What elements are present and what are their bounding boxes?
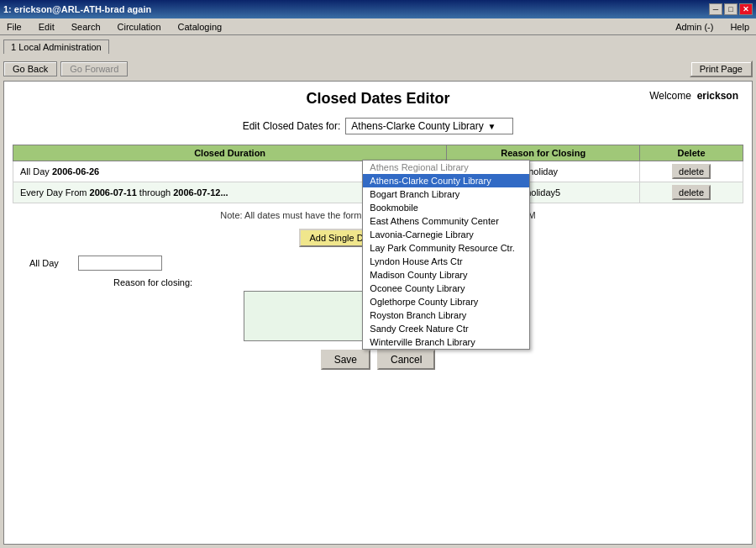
tab-local-admin[interactable]: 1 Local Administration xyxy=(3,40,109,54)
dropdown-arrow-icon: ▼ xyxy=(487,122,496,131)
dropdown-item[interactable]: Oconee County Library xyxy=(363,282,529,295)
page-title: Closed Dates Editor xyxy=(13,90,743,108)
library-select-container[interactable]: Athens-Clarke County Library ▼ Athens Re… xyxy=(345,118,513,134)
cancel-button[interactable]: Cancel xyxy=(377,350,435,370)
go-forward-button[interactable]: Go Forward xyxy=(60,61,128,76)
maximize-button[interactable]: □ xyxy=(724,3,738,15)
main-content: Go Back Go Forward Print Page Welcome er… xyxy=(0,54,756,548)
menu-cataloging[interactable]: Cataloging xyxy=(175,20,226,34)
delete-button[interactable]: delete xyxy=(672,164,711,179)
menu-search[interactable]: Search xyxy=(68,20,104,34)
dropdown-item[interactable]: Lay Park Community Resource Ctr. xyxy=(363,241,529,255)
dropdown-item[interactable]: Oglethorpe County Library xyxy=(363,295,529,308)
col-closed-duration: Closed Duration xyxy=(13,145,447,161)
welcome-label: Welcome xyxy=(649,90,691,102)
dropdown-item[interactable]: East Athens Community Center xyxy=(363,214,529,228)
action-buttons-row: Save Cancel xyxy=(13,350,743,370)
dropdown-item[interactable]: Bogart Branch Library xyxy=(363,187,529,201)
library-dropdown[interactable]: Athens Regional LibraryAthens-Clarke Cou… xyxy=(362,160,530,350)
dropdown-item[interactable]: Madison County Library xyxy=(363,268,529,282)
library-select-display[interactable]: Athens-Clarke County Library ▼ xyxy=(345,118,513,134)
minimize-button[interactable]: ─ xyxy=(709,3,722,15)
selected-library-text: Athens-Clarke County Library xyxy=(351,120,483,132)
menu-bar: File Edit Search Circulation Cataloging … xyxy=(0,18,756,35)
dropdown-item[interactable]: Athens-Clarke County Library xyxy=(363,174,529,187)
col-delete: Delete xyxy=(640,145,743,161)
menu-help[interactable]: Help xyxy=(727,20,753,34)
menu-circulation[interactable]: Circulation xyxy=(114,20,165,34)
title-bar: 1: erickson@ARL-ATH-brad again ─ □ ✕ xyxy=(0,0,756,18)
dropdown-item[interactable]: Bookmobile xyxy=(363,201,529,214)
username-label: erickson xyxy=(697,90,738,102)
edit-closed-dates-label: Edit Closed Dates for: xyxy=(243,120,341,132)
dropdown-item[interactable]: Royston Branch Library xyxy=(363,308,529,322)
right-menu: Admin (-) Help xyxy=(672,20,753,34)
delete-cell: delete xyxy=(640,161,743,182)
dropdown-item[interactable]: Sandy Creek Nature Ctr xyxy=(363,322,529,335)
tab-bar: 1 Local Administration xyxy=(0,35,756,54)
go-back-button[interactable]: Go Back xyxy=(3,61,57,76)
menu-admin[interactable]: Admin (-) xyxy=(672,20,717,34)
all-day-date-input[interactable] xyxy=(78,256,162,271)
print-page-button[interactable]: Print Page xyxy=(690,61,753,77)
dropdown-item[interactable]: Lyndon House Arts Ctr xyxy=(363,255,529,268)
dropdown-item[interactable]: Lavonia-Carnegie Library xyxy=(363,228,529,241)
menu-edit[interactable]: Edit xyxy=(35,20,58,34)
reason-label: Reason for closing: xyxy=(113,277,192,287)
save-button[interactable]: Save xyxy=(321,350,370,370)
toolbar: Go Back Go Forward Print Page xyxy=(3,57,753,81)
menu-file[interactable]: File xyxy=(3,20,25,34)
title-bar-text: 1: erickson@ARL-ATH-brad again xyxy=(3,4,151,14)
dropdown-item[interactable]: Winterville Branch Library xyxy=(363,335,529,349)
col-reason: Reason for Closing xyxy=(447,145,640,161)
dropdown-item[interactable]: Athens Regional Library xyxy=(363,161,529,174)
title-bar-buttons: ─ □ ✕ xyxy=(709,3,753,15)
welcome-area: Welcome erickson xyxy=(649,90,738,102)
delete-cell: delete xyxy=(640,182,743,203)
delete-button[interactable]: delete xyxy=(672,185,711,200)
edit-row: Edit Closed Dates for: Athens-Clarke Cou… xyxy=(13,118,743,134)
content-panel: Welcome erickson Closed Dates Editor Edi… xyxy=(3,81,753,545)
close-button[interactable]: ✕ xyxy=(739,3,753,15)
all-day-label: All Day xyxy=(29,258,71,268)
